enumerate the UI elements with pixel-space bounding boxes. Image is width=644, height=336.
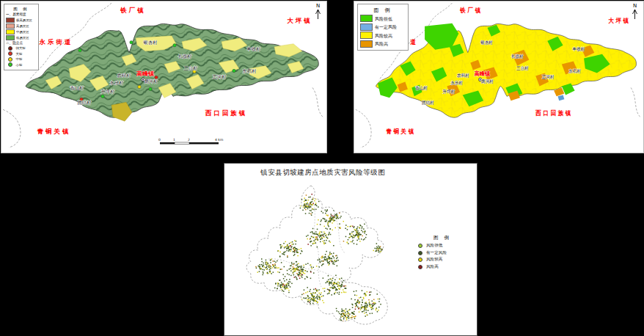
legend-row: 风险高 <box>360 40 406 48</box>
house-point <box>354 229 356 230</box>
house-point <box>308 200 310 201</box>
house-point <box>333 252 334 254</box>
house-point <box>304 201 305 202</box>
house-point <box>302 210 304 211</box>
house-point <box>323 296 324 297</box>
house-point <box>306 235 307 237</box>
house-point <box>293 251 294 252</box>
house-point <box>340 318 341 320</box>
house-point <box>320 294 321 296</box>
house-point <box>274 263 276 265</box>
house-point <box>300 208 301 209</box>
house-point <box>277 260 278 262</box>
house-point <box>334 220 336 222</box>
house-point <box>284 247 285 249</box>
house-point <box>348 239 349 241</box>
house-point <box>348 318 350 319</box>
house-point <box>315 209 317 211</box>
house-point <box>293 268 295 269</box>
house-point <box>339 282 340 284</box>
house-point <box>303 297 304 299</box>
house-point <box>357 235 359 237</box>
house-point <box>323 260 324 262</box>
legend-swatch <box>418 244 422 248</box>
legend-row: 小型 <box>6 62 37 67</box>
house-point <box>305 264 307 266</box>
house-point <box>377 247 378 249</box>
house-point <box>341 320 343 321</box>
house-point <box>341 309 343 310</box>
legend-swatch <box>8 46 12 51</box>
house-point <box>312 201 313 202</box>
house-point <box>270 265 271 266</box>
house-point <box>329 258 331 260</box>
legend-label: 风险很低 <box>426 243 442 249</box>
house-point <box>358 234 359 235</box>
house-point <box>360 297 362 299</box>
house-point <box>285 252 286 253</box>
house-point <box>317 229 318 230</box>
house-point <box>342 285 343 287</box>
house-point <box>339 292 340 293</box>
house-point <box>295 271 296 272</box>
house-point <box>284 280 285 282</box>
house-point <box>331 213 332 215</box>
house-point <box>314 299 315 300</box>
house-point <box>351 232 353 233</box>
house-point <box>297 252 299 253</box>
house-point <box>288 282 289 284</box>
house-point <box>354 226 355 227</box>
house-point <box>343 313 344 314</box>
house-point <box>292 241 293 243</box>
house-point <box>262 265 263 266</box>
house-point <box>327 293 329 295</box>
house-point <box>353 313 354 314</box>
house-point <box>306 204 307 205</box>
house-point <box>343 318 345 320</box>
house-point <box>325 257 326 258</box>
house-point <box>321 211 323 212</box>
house-point <box>313 272 315 274</box>
legend-label: 有一定风险 <box>426 250 447 256</box>
house-point <box>328 280 329 281</box>
house-point <box>310 211 312 212</box>
house-point <box>318 239 319 241</box>
house-point <box>352 240 354 241</box>
house-point <box>302 271 304 272</box>
house-point <box>334 260 335 261</box>
house-point <box>294 254 296 255</box>
house-point <box>348 226 349 227</box>
house-point <box>314 200 315 202</box>
house-point <box>351 225 352 227</box>
house-point <box>339 286 340 288</box>
house-point <box>325 243 326 244</box>
susceptibility-map-canvas: 铁 厂 镇大 坪 镇永 乐 街 道西 口 回 族 镇青 铜 关 镇高峰镇银杏村丰… <box>1 1 326 153</box>
house-point <box>354 243 355 244</box>
house-point <box>312 228 314 230</box>
house-point <box>293 255 295 257</box>
house-point <box>294 252 296 253</box>
legend-label: 中型 <box>16 57 23 61</box>
house-point <box>332 283 333 285</box>
house-point <box>362 306 364 307</box>
village-label: 东石村 <box>243 68 257 74</box>
house-point <box>300 205 301 207</box>
house-point <box>310 213 312 215</box>
village-label: 长旗村 <box>511 53 524 59</box>
house-point <box>329 241 330 242</box>
house-point <box>260 268 262 269</box>
house-point <box>339 213 340 214</box>
house-point <box>350 317 351 318</box>
scalebar-label: 1 <box>173 138 175 142</box>
house-point <box>337 215 338 216</box>
house-point <box>337 282 339 283</box>
house-point <box>324 219 326 220</box>
house-point <box>354 235 355 237</box>
house-point <box>356 230 358 231</box>
house-point <box>337 218 339 219</box>
village-label: 丰收村 <box>246 46 261 52</box>
house-point <box>290 268 291 269</box>
legend-row: 特大型 <box>6 46 37 51</box>
village-label: 丰收村 <box>573 45 585 51</box>
house-point <box>304 278 306 280</box>
